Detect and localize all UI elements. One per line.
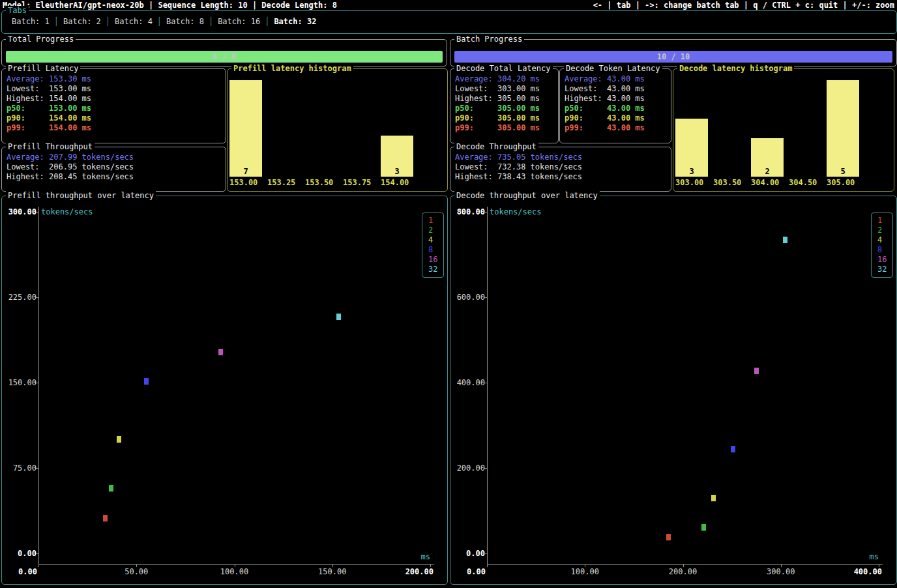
hist-bar-count: 3 [381,167,413,177]
decode-total-latency-row: Lowest: 303.00 ms [455,84,556,94]
x-axis-unit-label: ms [853,552,879,561]
keybindings-help: <- | tab | ->: change batch tab | q / CT… [593,1,894,10]
tab-batch-4[interactable]: Batch: 4 [110,17,157,26]
legend-entry-batch-4: 4 [877,235,888,245]
x-axis [487,564,883,565]
tab-batch-2[interactable]: Batch: 2 [59,17,106,26]
batch-progress-panel: Batch Progress 10 / 10 [450,39,897,66]
scatter-point-batch-4 [711,495,716,501]
decode-throughput-stats: Average: 735.05 tokens/secsLowest: 732.3… [455,153,669,182]
y-tick-mark [36,383,38,383]
y-tick-mark [36,468,38,469]
prefill-throughput-title: Prefill Throughput [6,142,95,152]
legend-entry-batch-2: 2 [877,226,888,235]
x-tick-label: 100.00 [220,567,249,576]
prefill-latency-title: Prefill Latency [6,64,80,74]
total-progress-bar: 6 / 6 [6,51,443,63]
tab-batch-8[interactable]: Batch: 8 [162,17,209,26]
scatter-point-batch-8 [144,378,149,385]
decode-token-latency-row: p99: 43.00 ms [565,123,669,133]
decode-token-latency-row: Highest: 43.00 ms [565,94,669,104]
y-tick-mark [484,553,487,554]
hist-tick-label: 153.00 [229,178,262,187]
legend-entry-batch-2: 2 [428,226,439,235]
scatter-point-batch-2 [109,485,113,492]
batch-progress-title: Batch Progress [454,35,524,44]
decode-total-latency-title: Decode Total Latency [454,64,553,74]
x-tick-mark [332,565,333,567]
hist-bar [229,80,262,177]
tab-separator: │ [157,17,162,26]
prefill-latency-panel: Prefill Latency Average: 153.30 msLowest… [1,68,226,143]
decode-histogram-panel: Decode latency histogram 303.003303.5030… [673,68,894,192]
prefill-throughput-panel: Prefill Throughput Average: 207.99 token… [1,147,226,192]
tab-batch-16[interactable]: Batch: 16 [213,17,265,26]
decode-throughput-panel: Decode Throughput Average: 735.05 tokens… [450,147,671,192]
y-axis [38,207,39,565]
decode-total-latency-stats: Average: 304.20 msLowest: 303.00 msHighe… [455,74,556,133]
tabs-panel: Tabs Batch: 1│Batch: 2│Batch: 4│Batch: 8… [1,10,897,34]
hist-bar-count: 3 [675,167,708,177]
y-tick-mark [484,297,487,298]
hist-tick-label: 304.50 [789,178,821,187]
y-tick-label: 400.00 [454,378,485,387]
tab-separator: │ [209,17,213,26]
tab-batch-1[interactable]: Batch: 1 [7,17,54,26]
legend-entry-batch-8: 8 [428,245,439,255]
x-tick-label: 0.00 [467,567,486,576]
decode-total-latency-row: p90: 305.00 ms [455,113,556,123]
legend-entry-batch-1: 1 [877,216,888,226]
scatter-point-batch-32 [336,314,341,320]
prefill-scatter-panel: Prefill throughput over latency tokens/s… [1,196,448,585]
x-tick-mark [136,565,137,567]
x-tick-label: 0.00 [18,567,37,576]
legend-box: 12481632 [422,213,444,278]
hist-bar-count: 5 [827,167,859,177]
decode-histogram-plot: 303.003303.50304.002304.50305.005 [674,70,893,190]
prefill-scatter-plot: tokens/secsms0.0075.00150.00225.00300.00… [3,197,447,583]
hist-tick-label: 154.00 [381,178,413,187]
scatter-point-batch-16 [754,368,759,374]
prefill-throughput-row: Lowest: 206.95 tokens/secs [7,162,224,172]
scatter-point-batch-2 [701,524,706,531]
y-tick-label: 300.00 [5,207,37,216]
prefill-latency-row: p99: 154.00 ms [7,123,224,133]
decode-throughput-row: Lowest: 732.38 tokens/secs [455,162,669,172]
legend-entry-batch-32: 32 [428,265,439,274]
y-tick-label: 150.00 [5,378,37,387]
hist-tick-label: 304.00 [751,178,784,187]
prefill-latency-row: Lowest: 153.00 ms [7,84,224,94]
total-progress-title: Total Progress [6,35,76,44]
app-root: Model: EleutherAI/gpt-neox-20b | Sequenc… [0,0,897,588]
tab-batch-32[interactable]: Batch: 32 [269,17,321,26]
hist-bar [827,80,859,177]
x-tick-label: 200.00 [405,567,434,576]
batch-progress-bar: 10 / 10 [454,51,892,63]
prefill-throughput-row: Highest: 208.45 tokens/secs [7,172,224,182]
y-tick-label: 600.00 [454,293,485,302]
x-tick-mark [879,565,879,567]
prefill-latency-row: p50: 153.00 ms [7,104,224,113]
hist-tick-label: 153.25 [267,178,300,187]
decode-token-latency-title: Decode Token Latency [564,64,662,74]
y-tick-mark [484,468,487,469]
y-tick-mark [484,212,487,213]
tab-separator: │ [106,17,110,26]
scatter-point-batch-4 [117,436,121,443]
decode-token-latency-row: Average: 43.00 ms [565,74,669,84]
decode-token-latency-row: Lowest: 43.00 ms [565,84,669,94]
hist-bar-count: 2 [751,167,784,177]
x-tick-mark [235,565,235,567]
y-tick-label: 0.00 [5,549,37,558]
prefill-latency-stats: Average: 153.30 msLowest: 153.00 msHighe… [7,74,224,133]
decode-total-latency-panel: Decode Total Latency Average: 304.20 msL… [450,68,559,143]
scatter-point-batch-32 [783,237,787,243]
prefill-throughput-stats: Average: 207.99 tokens/secsLowest: 206.9… [7,153,224,182]
x-tick-mark [487,565,488,567]
y-tick-label: 200.00 [454,463,485,473]
decode-scatter-panel: Decode throughput over latency tokens/se… [450,196,897,585]
x-axis [38,564,434,565]
y-axis [487,207,488,565]
tabs-panel-title: Tabs [6,6,29,16]
x-tick-label: 300.00 [767,567,795,576]
